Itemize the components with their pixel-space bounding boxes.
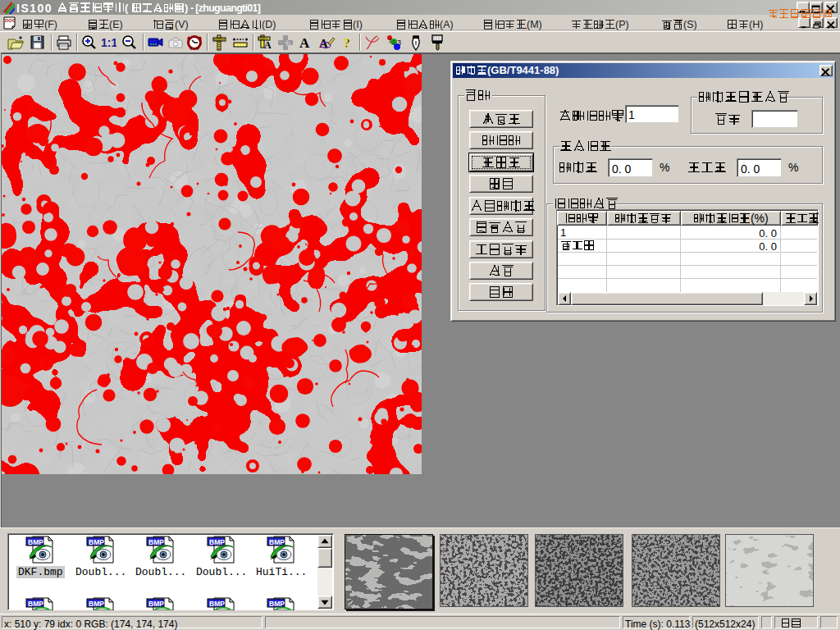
- svg-text:BMP: BMP: [148, 538, 164, 546]
- svg-text:BMP: BMP: [28, 538, 43, 546]
- svg-text:A: A: [299, 35, 310, 51]
- svg-text:BMP: BMP: [89, 538, 104, 546]
- svg-text:BMP: BMP: [28, 600, 43, 608]
- svg-text:BMP: BMP: [269, 600, 285, 608]
- svg-text:BMP: BMP: [209, 538, 225, 546]
- svg-text:A: A: [264, 39, 272, 51]
- svg-text:DOC: DOC: [5, 18, 16, 23]
- svg-text:BMP: BMP: [148, 600, 164, 608]
- svg-text:BMP: BMP: [269, 538, 285, 546]
- svg-text:BMP: BMP: [89, 600, 104, 608]
- svg-text:1:1: 1:1: [101, 36, 116, 49]
- svg-text:?: ?: [344, 36, 350, 50]
- svg-text:BMP: BMP: [209, 600, 225, 608]
